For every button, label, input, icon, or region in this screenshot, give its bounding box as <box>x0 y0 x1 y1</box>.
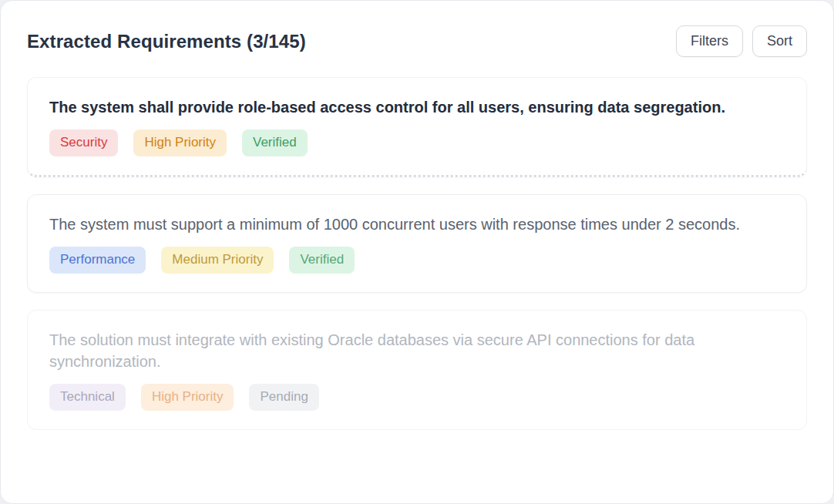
requirements-panel: Extracted Requirements (3/145) Filters S… <box>0 0 834 504</box>
status-tag: Pending <box>249 384 318 410</box>
requirement-text: The system must support a minimum of 100… <box>49 213 774 235</box>
category-tag: Performance <box>49 247 146 273</box>
requirement-card[interactable]: The system shall provide role-based acce… <box>27 77 807 177</box>
category-tag: Technical <box>49 384 126 410</box>
requirements-list: The system shall provide role-based acce… <box>27 77 807 430</box>
priority-tag: Medium Priority <box>161 247 274 273</box>
requirement-text: The system shall provide role-based acce… <box>49 96 774 118</box>
page-title: Extracted Requirements (3/145) <box>27 31 306 52</box>
tag-row: Performance Medium Priority Verified <box>49 247 785 273</box>
status-tag: Verified <box>242 129 308 156</box>
category-tag: Security <box>49 129 118 156</box>
status-tag: Verified <box>289 247 355 273</box>
requirement-text: The solution must integrate with existin… <box>49 329 774 373</box>
panel-header: Extracted Requirements (3/145) Filters S… <box>27 25 807 57</box>
sort-button[interactable]: Sort <box>752 25 807 57</box>
priority-tag: High Priority <box>133 129 227 156</box>
requirement-card[interactable]: The system must support a minimum of 100… <box>27 194 807 293</box>
tag-row: Technical High Priority Pending <box>49 384 785 410</box>
filters-button[interactable]: Filters <box>676 25 743 57</box>
requirement-card[interactable]: The solution must integrate with existin… <box>27 310 807 430</box>
tag-row: Security High Priority Verified <box>49 129 785 156</box>
priority-tag: High Priority <box>141 384 234 410</box>
header-actions: Filters Sort <box>676 25 807 57</box>
